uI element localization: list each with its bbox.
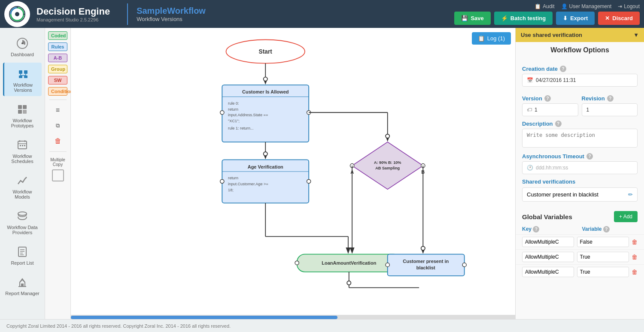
gv-value-input-0[interactable] [577, 237, 629, 247]
sidebar-item-workflow-versions[interactable]: Workflow Versions [3, 63, 42, 96]
gv-value-2 [577, 267, 632, 277]
svg-text:input.Address.State ==: input.Address.State == [228, 113, 268, 117]
copyright-text: Copyright Zoral Limited 2014 - 2016 all … [6, 323, 231, 329]
palette-coded[interactable]: Coded [48, 31, 67, 40]
log-button[interactable]: 📋 Log (1) [472, 32, 511, 45]
discard-button[interactable]: ✕ Discard [598, 12, 640, 25]
copy-box[interactable] [52, 169, 64, 181]
palette-rules[interactable]: Rules [48, 42, 67, 51]
right-panel: Use shared verification ▼ Workflow Optio… [515, 28, 644, 319]
shared-verification-button[interactable]: Use shared verification ▼ [516, 28, 644, 42]
save-icon: 💾 [461, 15, 468, 21]
svg-point-78 [347, 281, 351, 285]
logout-link[interactable]: ⇥ Logout [618, 3, 640, 9]
sidebar-item-report-list[interactable]: Report List [3, 241, 42, 269]
canvas: 📋 Log (1) Start Customer Is Allowed rule… [71, 28, 515, 319]
svg-text:return: return [228, 107, 238, 112]
description-input[interactable] [522, 129, 638, 148]
node-palette: Coded Rules A-B Group SW Condition ≡ ⧉ 🗑… [45, 28, 71, 319]
sidebar: Dashboard Workflow Versions Workflow Pro… [0, 28, 45, 319]
revision-info[interactable]: ? [607, 95, 614, 102]
palette-sw[interactable]: SW [48, 76, 67, 85]
batch-testing-button[interactable]: ⚡ Batch testing [494, 12, 553, 25]
edit-icon[interactable]: ✏ [628, 191, 633, 198]
list-icon[interactable]: ≡ [52, 104, 64, 117]
export-icon: ⬇ [563, 15, 568, 21]
workflow-models-icon [15, 173, 30, 188]
workflow-sub: Workflow Versions [137, 16, 206, 22]
gv-delete-0[interactable]: 🗑 [632, 238, 638, 245]
version-col: Version ? 🏷 1 [522, 91, 578, 116]
palette-group[interactable]: Group [48, 65, 67, 73]
async-timeout-container: 🕐 ddd.hh:mm:ss [522, 161, 638, 174]
audit-icon: 📋 [535, 3, 541, 9]
save-button[interactable]: 💾 Save [454, 12, 490, 25]
add-variable-button[interactable]: + Add [614, 211, 638, 222]
gv-delete-1[interactable]: 🗑 [632, 254, 638, 260]
async-timeout-label: Asynchronous Timeout ? [522, 153, 638, 160]
shared-verifications-label: Shared verifications [522, 178, 638, 185]
gv-row-0: 🗑 [516, 234, 644, 249]
svg-text:A: 90% B: 10%: A: 90% B: 10% [374, 160, 401, 165]
svg-text:input.Customer.Age >=: input.Customer.Age >= [228, 182, 268, 186]
description-info[interactable]: ? [555, 121, 562, 127]
brand: Decision Engine Management Studio 2.5.22… [36, 6, 110, 22]
svg-text:LoanAmountVerification: LoanAmountVerification [322, 260, 376, 266]
gv-value-0 [577, 237, 632, 247]
delete-icon[interactable]: 🗑 [52, 135, 64, 148]
brand-title: Decision Engine [36, 6, 110, 17]
workflow-info: SampleWorkflow Workflow Versions [137, 6, 206, 22]
version-info[interactable]: ? [544, 95, 551, 102]
sidebar-item-dashboard[interactable]: Dashboard [3, 32, 42, 60]
copy-icon[interactable]: ⧉ [52, 119, 64, 132]
header-right: 📋 Audit 👤 User Management ⇥ Logout 💾 Sav… [454, 3, 640, 25]
key-info[interactable]: ? [533, 226, 539, 232]
h-scrollbar[interactable] [71, 315, 515, 319]
async-timeout-info[interactable]: ? [586, 153, 593, 160]
svg-rect-21 [20, 145, 21, 146]
svg-point-83 [462, 263, 466, 267]
svg-text:rule 0:: rule 0: [228, 101, 239, 106]
svg-rect-15 [18, 110, 22, 114]
palette-condition[interactable]: Condition [48, 87, 67, 96]
user-mgmt-link[interactable]: 👤 User Management [561, 3, 612, 9]
svg-rect-14 [23, 105, 27, 109]
header-divider [127, 3, 128, 25]
global-variables-header: Global Variables + Add [516, 207, 644, 224]
gv-delete-2[interactable]: 🗑 [632, 269, 638, 275]
log-icon: 📋 [478, 35, 485, 42]
workflow-options-section: Creation date ? 📅 04/27/2016 11:31 Versi… [516, 56, 644, 207]
scrollbar-thumb[interactable] [71, 316, 337, 319]
global-variables-title: Global Variables [522, 213, 572, 220]
sidebar-item-workflow-prototypes[interactable]: Workflow Prototypes [3, 98, 42, 132]
sidebar-item-workflow-data-providers[interactable]: Workflow Data Providers [3, 205, 42, 238]
svg-rect-7 [24, 70, 27, 74]
gv-key-input-2[interactable] [522, 267, 574, 277]
gv-key-1 [522, 252, 577, 262]
gv-value-input-2[interactable] [577, 267, 629, 277]
audit-link[interactable]: 📋 Audit [535, 3, 554, 9]
gv-row-2: 🗑 [516, 264, 644, 279]
sidebar-item-workflow-schedules[interactable]: Workflow Schedules [3, 134, 42, 167]
gv-key-input-0[interactable] [522, 237, 574, 247]
gv-key-2 [522, 267, 577, 277]
workflow-versions-icon [15, 66, 30, 81]
svg-rect-16 [23, 110, 27, 114]
palette-divider [49, 100, 67, 100]
sidebar-item-workflow-models[interactable]: Workflow Models [3, 169, 42, 203]
report-list-icon [15, 244, 30, 259]
export-button[interactable]: ⬇ Export [556, 12, 595, 25]
brand-sub: Management Studio 2.5.2296 [36, 17, 110, 22]
palette-ab[interactable]: A-B [48, 54, 67, 62]
svg-rect-31 [21, 284, 24, 287]
gv-value-input-1[interactable] [577, 252, 629, 262]
gv-key-input-1[interactable] [522, 252, 574, 262]
svg-point-24 [18, 212, 27, 215]
svg-point-82 [386, 263, 389, 267]
gv-value-1 [577, 252, 632, 262]
svg-text:AB Sampling: AB Sampling [375, 166, 400, 170]
creation-date-info[interactable]: ? [560, 66, 566, 72]
sidebar-item-report-manager[interactable]: Report Manager [3, 271, 42, 299]
variable-info[interactable]: ? [603, 226, 610, 232]
clock-icon: 🕐 [527, 165, 533, 171]
